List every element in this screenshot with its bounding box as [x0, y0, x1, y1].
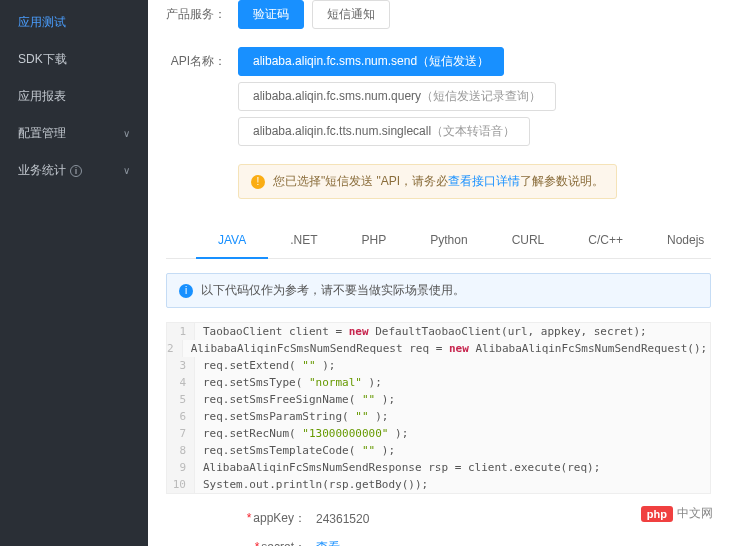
product-service-row: 产品服务： 验证码 短信通知 — [166, 0, 711, 35]
pill-api-tts[interactable]: alibaba.aliqin.fc.tts.num.singlecall（文本转… — [238, 117, 530, 146]
code-line: 1TaobaoClient client = new DefaultTaobao… — [167, 323, 710, 340]
sidebar-group-stats[interactable]: 业务统计i ∨ — [0, 152, 148, 189]
main-content: 产品服务： 验证码 短信通知 API名称： alibaba.aliqin.fc.… — [148, 0, 729, 546]
pill-verify-code[interactable]: 验证码 — [238, 0, 304, 29]
info-icon: i — [179, 284, 193, 298]
params-section: *appKey： 24361520 *secret： 查看 *SmsType： … — [166, 510, 711, 546]
pill-sms-notify[interactable]: 短信通知 — [312, 0, 390, 29]
code-block: 1TaobaoClient client = new DefaultTaobao… — [166, 322, 711, 494]
sidebar-item-app-report[interactable]: 应用报表 — [0, 78, 148, 115]
secret-view-link[interactable]: 查看 — [316, 539, 340, 546]
alert-box: ! 您已选择"短信发送 "API，请务必查看接口详情了解参数说明。 — [238, 164, 617, 199]
code-line: 10System.out.println(rsp.getBody()); — [167, 476, 710, 493]
code-line: 5req.setSmsFreeSignName( "" ); — [167, 391, 710, 408]
sidebar-group-config[interactable]: 配置管理 ∨ — [0, 115, 148, 152]
product-service-label: 产品服务： — [166, 0, 238, 23]
php-logo: php — [641, 506, 673, 522]
code-line: 2AlibabaAliqinFcSmsNumSendRequest req = … — [167, 340, 710, 357]
tab-python[interactable]: Python — [408, 223, 489, 258]
watermark: php 中文网 — [637, 503, 717, 524]
param-secret: *secret： 查看 — [166, 539, 711, 546]
info-icon: i — [70, 165, 82, 177]
api-name-label: API名称： — [166, 47, 238, 70]
tab-php[interactable]: PHP — [340, 223, 409, 258]
watermark-text: 中文网 — [677, 505, 713, 522]
pill-api-send[interactable]: alibaba.aliqin.fc.sms.num.send（短信发送） — [238, 47, 504, 76]
api-name-row: API名称： alibaba.aliqin.fc.sms.num.send（短信… — [166, 47, 711, 152]
appkey-value: 24361520 — [316, 512, 369, 526]
sidebar: 应用测试 SDK下载 应用报表 配置管理 ∨ 业务统计i ∨ — [0, 0, 148, 546]
code-line: 9AlibabaAliqinFcSmsNumSendResponse rsp =… — [167, 459, 710, 476]
alert-link[interactable]: 查看接口详情 — [448, 174, 520, 188]
info-bar: i 以下代码仅作为参考，请不要当做实际场景使用。 — [166, 273, 711, 308]
chevron-down-icon: ∨ — [123, 128, 130, 139]
sidebar-item-sdk-download[interactable]: SDK下载 — [0, 41, 148, 78]
tab-java[interactable]: JAVA — [196, 223, 268, 259]
tab-dotnet[interactable]: .NET — [268, 223, 339, 258]
pill-api-query[interactable]: alibaba.aliqin.fc.sms.num.query（短信发送记录查询… — [238, 82, 556, 111]
code-tabs: JAVA .NET PHP Python CURL C/C++ Nodejs — [166, 223, 711, 259]
code-line: 4req.setSmsType( "normal" ); — [167, 374, 710, 391]
code-line: 7req.setRecNum( "13000000000" ); — [167, 425, 710, 442]
code-line: 6req.setSmsParamString( "" ); — [167, 408, 710, 425]
sidebar-group-label: 业务统计i — [18, 162, 82, 179]
sidebar-item-app-test[interactable]: 应用测试 — [0, 4, 148, 41]
sidebar-group-label: 配置管理 — [18, 125, 66, 142]
alert-row: ! 您已选择"短信发送 "API，请务必查看接口详情了解参数说明。 — [166, 164, 711, 199]
tab-curl[interactable]: CURL — [490, 223, 567, 258]
code-line: 8req.setSmsTemplateCode( "" ); — [167, 442, 710, 459]
warning-icon: ! — [251, 175, 265, 189]
tab-c[interactable]: C/C++ — [566, 223, 645, 258]
code-line: 3req.setExtend( "" ); — [167, 357, 710, 374]
tab-nodejs[interactable]: Nodejs — [645, 223, 726, 258]
chevron-down-icon: ∨ — [123, 165, 130, 176]
param-appkey: *appKey： 24361520 — [166, 510, 711, 527]
